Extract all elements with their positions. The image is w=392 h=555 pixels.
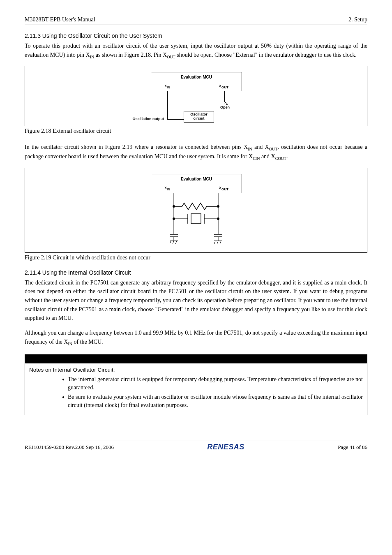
header-right: 2. Setup bbox=[348, 16, 367, 23]
notes-bullet-1: The internal generator circuit is equipp… bbox=[62, 375, 363, 391]
notes-bullet-2: Be sure to evaluate your system with an … bbox=[62, 393, 363, 409]
xcout-sub: COUT bbox=[275, 156, 286, 161]
para1-part-b: as shown in Figure 2.18. Pin X bbox=[94, 52, 167, 58]
figure-2-18-drawing: Evaluation MCU XIN XOUT ∿ Open Oscillato… bbox=[151, 72, 241, 120]
fig1-osc-output-label: Oscillation output bbox=[119, 117, 164, 121]
figure-2-19-box: Evaluation MCU XIN XOUT bbox=[25, 168, 367, 253]
fig1-mcu-box: Evaluation MCU XIN XOUT bbox=[151, 72, 242, 91]
xin-sub2: IN bbox=[248, 147, 252, 151]
section-2-11-3-para1: To operate this product with an oscillat… bbox=[25, 42, 367, 60]
svg-rect-10 bbox=[191, 214, 201, 224]
header-left: M3028BT-EPB User's Manual bbox=[25, 16, 95, 23]
important-banner: IMPORTANT bbox=[25, 354, 367, 363]
svg-line-20 bbox=[175, 241, 177, 244]
footer-left: REJ10J1459-0200 Rev.2.00 Sep 16, 2006 bbox=[25, 444, 114, 451]
svg-line-22 bbox=[214, 241, 215, 244]
section-2-11-4-para2: Although you can change a frequency betw… bbox=[25, 328, 367, 347]
fig2-xout-label: XOUT bbox=[219, 186, 228, 191]
fig2-xin-label: XIN bbox=[164, 186, 170, 191]
para2-e: . bbox=[286, 153, 288, 160]
para-2114-2b: of the MCU. bbox=[72, 339, 103, 345]
para2-b: and X bbox=[252, 144, 269, 150]
fig1-xout-label: XOUT bbox=[219, 84, 228, 89]
section-2-11-4-heading: 2.11.4 Using the Internal Oscillator Cir… bbox=[25, 269, 367, 276]
svg-line-18 bbox=[170, 241, 171, 244]
notes-title: Notes on Internal Oscillator Circuit: bbox=[29, 367, 363, 373]
notes-box: Notes on Internal Oscillator Circuit: Th… bbox=[25, 363, 367, 415]
fig2-circuit-svg bbox=[159, 193, 233, 247]
fig1-open-label: Open bbox=[220, 105, 230, 109]
xin-sub: IN bbox=[90, 54, 95, 59]
para2-a: In the oscillator circuit shown in Figur… bbox=[25, 144, 248, 150]
xout-sub2: OUT bbox=[269, 147, 278, 151]
fig1-oscillator-box: Oscillator circuit bbox=[184, 111, 214, 123]
section-2-11-3-heading: 2.11.3 Using the Oscillator Circuit on t… bbox=[25, 32, 367, 39]
figure-2-19-drawing: Evaluation MCU XIN XOUT bbox=[151, 174, 241, 247]
figure-2-18-caption: Figure 2.18 External oscillator circuit bbox=[25, 128, 367, 134]
renesas-logo: RENESAS bbox=[207, 443, 244, 451]
xcin-sub: CIN bbox=[253, 156, 260, 161]
figure-2-19-caption: Figure 2.19 Circuit in which oscillation… bbox=[25, 254, 367, 261]
section-2-11-4-para1: The dedicated circuit in the PC7501 can … bbox=[25, 278, 367, 323]
page-header: M3028BT-EPB User's Manual 2. Setup bbox=[25, 16, 367, 25]
xin-sub3: IN bbox=[68, 342, 72, 346]
fig1-wire-bottom bbox=[167, 119, 184, 120]
footer-right: Page 41 of 86 bbox=[338, 444, 367, 451]
svg-line-23 bbox=[217, 241, 218, 244]
para1-part-c: should be open. Choose "External" in the… bbox=[175, 52, 357, 58]
para2-d: and X bbox=[260, 153, 275, 160]
fig1-wire-left bbox=[167, 91, 168, 119]
fig2-mcu-box: Evaluation MCU XIN XOUT bbox=[151, 174, 242, 193]
xout-sub: OUT bbox=[167, 54, 175, 59]
page-footer: REJ10J1459-0200 Rev.2.00 Sep 16, 2006 RE… bbox=[25, 440, 367, 451]
section-2-11-3-para2: In the oscillator circuit shown in Figur… bbox=[25, 143, 367, 162]
figure-2-18-box: Evaluation MCU XIN XOUT ∿ Open Oscillato… bbox=[25, 66, 367, 126]
fig1-mcu-label: Evaluation MCU bbox=[181, 75, 212, 79]
fig1-xin-label: XIN bbox=[164, 84, 170, 89]
svg-line-19 bbox=[173, 241, 174, 244]
fig2-mcu-label: Evaluation MCU bbox=[181, 177, 212, 181]
svg-line-24 bbox=[220, 241, 221, 244]
